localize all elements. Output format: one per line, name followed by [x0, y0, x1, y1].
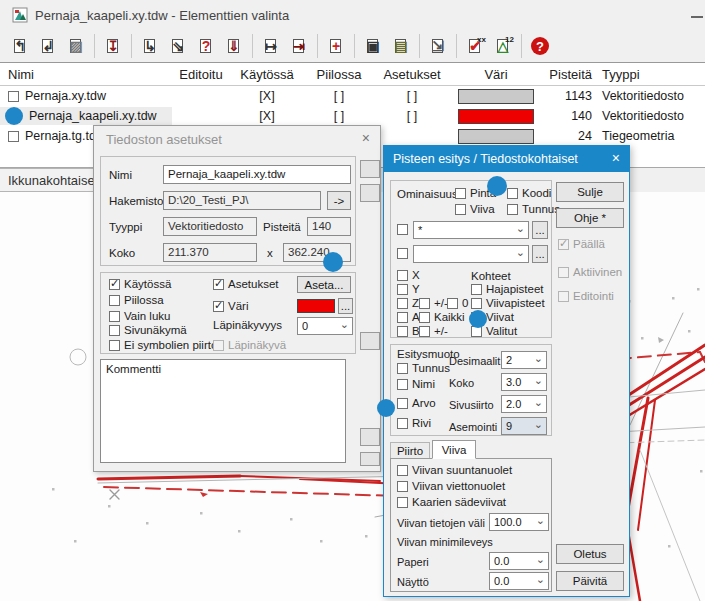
col-asetukset[interactable]: Asetukset [374, 67, 450, 82]
checkbox-z-zero[interactable]: 0 [447, 297, 468, 309]
minimize-button[interactable] [691, 16, 703, 18]
naytto-dropdown[interactable]: 0.0 [489, 572, 549, 590]
load-pattern-icon[interactable]: ▨ [63, 33, 89, 59]
checkbox-rivi-esitys[interactable]: Rivi [397, 417, 431, 429]
color-swatch[interactable] [458, 109, 534, 124]
hidden-button[interactable] [360, 332, 380, 350]
checkbox-x[interactable]: X [397, 269, 420, 281]
save-unknown-icon[interactable]: ? [193, 33, 219, 59]
color-more-button[interactable]: ... [338, 298, 353, 314]
desimaalit-dropdown[interactable]: 2 [501, 351, 547, 369]
checkbox-z-plusminus[interactable]: +/- [419, 297, 448, 309]
checkbox-arvo-esitys[interactable]: Arvo [397, 397, 436, 409]
koko-dropdown[interactable]: 3.0 [501, 373, 547, 391]
screen-draw-icon[interactable]: ▤ [388, 33, 414, 59]
browse-button[interactable]: -> [327, 191, 351, 210]
check-coordinates-icon[interactable]: ✔xx [462, 33, 488, 59]
hakemisto-input[interactable]: D:\20_Testi_PJ\ [163, 191, 321, 210]
save-as-icon[interactable]: ↳ [137, 33, 163, 59]
aseta-button[interactable]: Aseta... [297, 276, 351, 293]
hidden-button[interactable] [360, 452, 380, 466]
code-more-button-1[interactable]: ... [532, 221, 548, 239]
code-filter-dropdown-2[interactable] [413, 245, 529, 263]
checkbox-tunnus-esitys[interactable]: Tunnus [397, 362, 450, 374]
checkbox-viettonuolet[interactable]: Viivan viettonuolet [397, 480, 505, 492]
checkbox-b[interactable]: B [397, 325, 420, 337]
tietojen-vali-dropdown[interactable]: 100.0 [489, 513, 549, 531]
sivusiirto-dropdown[interactable]: 2.0 [501, 395, 547, 413]
hidden-button[interactable] [360, 428, 380, 446]
checkbox-kaikki[interactable]: Kaikki [419, 311, 465, 323]
col-kaytossa[interactable]: Käytössä [230, 67, 304, 82]
help-icon[interactable]: ? [527, 33, 553, 59]
table-row[interactable]: Pernaja_kaapeli.xy.tdw [X] [ ] [ ] 140 V… [0, 106, 705, 126]
save-copy-icon[interactable]: ⇘ [165, 33, 191, 59]
asemointi-dropdown[interactable]: 9 [501, 417, 547, 435]
color-swatch[interactable] [458, 129, 534, 144]
load-file-add-icon[interactable]: ↲ [35, 33, 61, 59]
checkbox-tunnus[interactable]: Tunnus [507, 203, 560, 215]
hidden-button[interactable] [360, 184, 380, 202]
code-more-button-2[interactable]: ... [532, 245, 548, 263]
sulje-button[interactable]: Sulje [556, 182, 624, 202]
cell-kaytossa[interactable]: [X] [230, 89, 304, 103]
cell-asetukset[interactable]: [ ] [374, 109, 450, 123]
paperi-dropdown[interactable]: 0.0 [489, 552, 549, 570]
color-swatch[interactable] [297, 299, 335, 313]
checkbox-vain-luku[interactable]: Vain luku [109, 310, 170, 322]
nimi-input[interactable]: Pernaja_kaapeli.xy.tdw [163, 165, 351, 184]
cell-piilossa[interactable]: [ ] [304, 89, 374, 103]
checkbox-z[interactable]: Z [397, 297, 419, 309]
checkbox-ei-symbolien-piirtoa[interactable]: Ei symbolien piirtoa [109, 339, 224, 351]
oletus-button[interactable]: Oletus [556, 544, 624, 564]
checkbox-code-filter-1[interactable] [397, 224, 408, 235]
col-tyyppi[interactable]: Tyyppi [598, 67, 705, 82]
checkbox-viiva[interactable]: Viiva [455, 203, 495, 215]
cell-piilossa[interactable]: [ ] [304, 109, 374, 123]
lapinakyvyys-dropdown[interactable]: 0 [297, 317, 353, 335]
color-swatch[interactable] [458, 89, 534, 104]
checkbox-a[interactable]: A [397, 311, 420, 323]
checkbox-code-filter-2[interactable] [397, 248, 408, 259]
checkbox-b-plusminus[interactable]: +/- [419, 325, 448, 337]
hidden-button[interactable] [360, 160, 380, 178]
col-nimi[interactable]: Nimi [0, 67, 172, 82]
col-editoitu[interactable]: Editoitu [172, 67, 230, 82]
save-close-icon[interactable]: ⇓ [221, 33, 247, 59]
tab-viiva[interactable]: Viiva [432, 440, 476, 459]
checkbox-sivunakyma[interactable]: Sivunäkymä [109, 324, 187, 336]
checkbox-koodi[interactable]: Koodi [507, 187, 551, 199]
ohje-button[interactable]: Ohje * [556, 208, 624, 228]
checkbox-piilossa[interactable]: Piilossa [109, 294, 164, 306]
point-numbering-icon[interactable]: △12 [490, 33, 516, 59]
checkbox-asetukset[interactable]: Asetukset [213, 278, 279, 290]
paivita-button[interactable]: Päivitä [556, 571, 624, 591]
col-vari[interactable]: Väri [450, 67, 542, 82]
checkbox-hajapisteet[interactable]: Hajapisteet [471, 283, 544, 295]
checkbox-vari[interactable]: Väri [213, 300, 248, 312]
cell-kaytossa[interactable]: [X] [230, 109, 304, 123]
close-all-icon[interactable]: ⇥ [286, 33, 312, 59]
checkbox-sadeviivat[interactable]: Kaarien sädeviivat [397, 496, 506, 508]
row-checkbox[interactable] [8, 131, 19, 142]
code-filter-dropdown-1[interactable]: * [413, 221, 529, 239]
checkbox-y[interactable]: Y [397, 283, 420, 295]
col-pisteita[interactable]: Pisteitä [542, 67, 598, 82]
cell-asetukset[interactable]: [ ] [374, 89, 450, 103]
close-icon[interactable]: × [362, 130, 370, 146]
col-piilossa[interactable]: Piilossa [304, 67, 374, 82]
close-icon[interactable]: × [612, 150, 620, 166]
tab-piirto[interactable]: Piirto [390, 442, 430, 459]
checkbox-viivapisteet[interactable]: Viivapisteet [471, 297, 545, 309]
row-checkbox[interactable] [8, 91, 19, 102]
kommentti-textarea[interactable]: Kommentti [100, 359, 346, 463]
table-row[interactable]: Pernaja.xy.tdw [X] [ ] [ ] 1143 Vektorit… [0, 86, 705, 106]
load-file-icon[interactable]: ↰ [7, 33, 33, 59]
close-file-icon[interactable]: ↦ [258, 33, 284, 59]
checkbox-nimi-esitys[interactable]: Nimi [397, 378, 435, 390]
fit-view-icon[interactable]: ▣ [360, 33, 386, 59]
save-selection-icon[interactable]: ⇲ [425, 33, 451, 59]
save-file-icon[interactable]: ↧ [100, 33, 126, 59]
new-file-icon[interactable]: + [323, 33, 349, 59]
checkbox-suuntanuolet[interactable]: Viivan suuntanuolet [397, 464, 512, 476]
